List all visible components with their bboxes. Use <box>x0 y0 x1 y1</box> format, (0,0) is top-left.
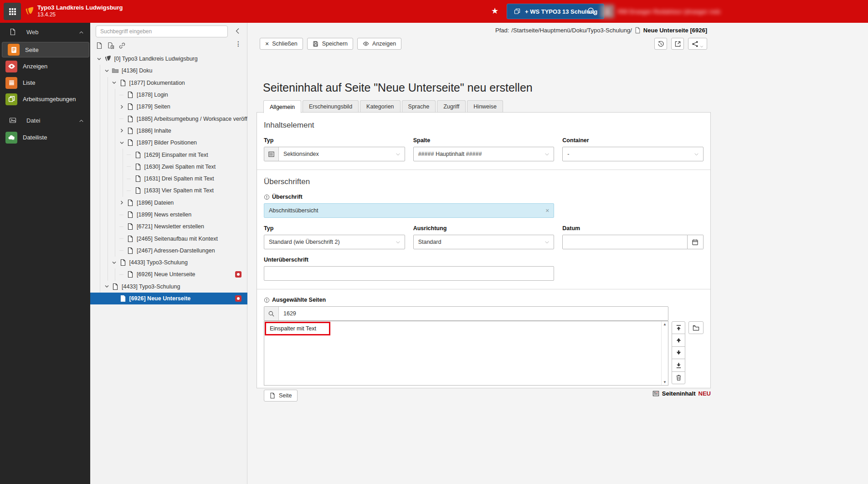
tab-erscheinungsbild[interactable]: Erscheinungsbild <box>303 100 359 113</box>
tree-row[interactable]: [6926] Neue Unterseite <box>90 293 247 304</box>
tree-row[interactable]: [1896] Dateien <box>90 197 247 209</box>
tree-guide <box>112 161 119 173</box>
collapse-tree-icon[interactable] <box>234 27 241 35</box>
search-icon[interactable] <box>587 7 596 16</box>
tree-guide <box>112 245 119 257</box>
tree-guide <box>104 89 112 101</box>
typ-select[interactable]: Sektionsindex <box>264 147 405 161</box>
section-divider <box>257 289 710 289</box>
container-select[interactable]: - <box>562 147 704 161</box>
module-group-datei[interactable]: Datei <box>0 111 90 129</box>
browse-records-button[interactable] <box>688 321 704 334</box>
tree-guide <box>104 149 112 160</box>
expander-right-icon[interactable] <box>119 127 127 134</box>
expander-right-icon[interactable] <box>119 103 127 110</box>
tab-zugriff[interactable]: Zugriff <box>437 100 466 113</box>
sidebar-item-dateiliste[interactable]: Dateiliste <box>0 129 90 145</box>
module-grid-button[interactable] <box>4 3 21 20</box>
tree-row[interactable]: [1631] Drei Spalten mit Text <box>90 173 247 185</box>
tree-search-input[interactable] <box>96 26 228 37</box>
page-icon <box>127 247 134 254</box>
tree-row[interactable]: [1885] Arbeitsumgebung / Workspace veröf… <box>90 113 247 124</box>
listbox-scrollbar[interactable]: ▲ ▼ <box>661 321 668 385</box>
save-icon <box>313 41 319 47</box>
expander-down-icon[interactable] <box>112 79 119 87</box>
open-in-window-button[interactable] <box>671 38 684 50</box>
tree-row[interactable]: [4433] Typo3-Schulung <box>90 257 247 268</box>
sidebar-item-anzeigen[interactable]: Anzeigen <box>0 58 90 74</box>
tab-kategorien[interactable]: Kategorien <box>360 100 400 113</box>
tree-row[interactable]: [1633] Vier Spalten mit Text <box>90 185 247 196</box>
close-button[interactable]: × Schließen <box>260 38 303 50</box>
new-page-icon[interactable] <box>96 42 103 49</box>
bookmark-star-icon[interactable]: ★ <box>491 6 498 16</box>
sidebar-item-arbeitsumgebungen[interactable]: Arbeitsumgebungen <box>0 91 90 107</box>
tree-row[interactable]: [1879] Seiten <box>90 101 247 113</box>
path-value[interactable]: /Startseite/Hauptmenü/Doku/Typo3-Schulun… <box>511 27 632 34</box>
expander-down-icon[interactable] <box>119 139 127 146</box>
tree-row[interactable]: [4433] Typo3-Schulung <box>90 281 247 293</box>
tree-guide <box>97 77 104 89</box>
scroll-down-icon[interactable]: ▼ <box>663 380 667 384</box>
add-page-button[interactable]: Seite <box>264 390 298 402</box>
datum-input[interactable] <box>562 235 688 249</box>
tree-row[interactable]: [6926] Neue Unterseite <box>90 268 247 280</box>
tree-row[interactable]: [2467] Adressen-Darstellungen <box>90 245 247 257</box>
tree-row[interactable]: [4136] Doku <box>90 65 247 77</box>
clear-field-icon[interactable]: × <box>541 207 554 214</box>
new-page-clipboard-icon[interactable] <box>107 42 114 49</box>
move-to-top-button[interactable] <box>672 321 685 334</box>
expander-down-icon[interactable] <box>97 55 104 62</box>
tree-row[interactable]: [1629] Einspalter mit Text <box>90 149 247 160</box>
expander-right-icon[interactable] <box>119 199 127 206</box>
share-button[interactable] <box>688 38 707 50</box>
ausrichtung-select[interactable]: Standard <box>413 235 555 249</box>
selected-pages-listbox[interactable]: Einspalter mit Text ▲ ▼ <box>264 321 668 386</box>
tree-guide <box>97 268 104 280</box>
expander-down-icon[interactable] <box>104 283 112 290</box>
ueberschrift-input[interactable] <box>264 207 541 214</box>
tree-row[interactable]: [6721] Newsletter erstellen <box>90 221 247 232</box>
expander-down-icon[interactable] <box>112 259 119 266</box>
tree-row[interactable]: [1897] Bilder Positionen <box>90 137 247 149</box>
tree-row[interactable]: [2465] Seitenaufbau mit Kontext <box>90 232 247 244</box>
scroll-up-icon[interactable]: ▲ <box>663 322 667 326</box>
tree-row[interactable]: [0] Typo3 Landkreis Ludwigsburg <box>90 53 247 65</box>
chevron-down-icon <box>694 152 699 157</box>
move-to-bottom-button[interactable] <box>672 359 685 371</box>
view-button[interactable]: Anzeigen <box>357 38 401 50</box>
tree-row[interactable]: [1878] Login <box>90 89 247 101</box>
tree-row[interactable]: [1899] News erstellen <box>90 209 247 221</box>
tab-hinweise[interactable]: Hinweise <box>467 100 503 113</box>
unterueberschrift-input[interactable] <box>264 266 554 281</box>
tab-sprache[interactable]: Sprache <box>402 100 436 113</box>
move-up-button[interactable] <box>672 334 685 346</box>
pages-search-input[interactable] <box>279 307 668 320</box>
datepicker-button[interactable] <box>688 235 704 249</box>
save-button[interactable]: Speichern <box>307 38 353 50</box>
tree-row[interactable]: [1877] Dokumentation <box>90 77 247 89</box>
expander-down-icon[interactable] <box>104 67 112 74</box>
move-down-button[interactable] <box>672 346 685 359</box>
chevron-down-icon <box>544 152 550 157</box>
module-group-web[interactable]: Web <box>0 23 90 41</box>
history-button[interactable] <box>654 38 667 50</box>
heading-typ-select[interactable]: Standard (wie Überschrift 2) <box>264 235 405 249</box>
delete-button[interactable] <box>672 371 685 384</box>
sidebar-item-label: Liste <box>23 79 35 86</box>
page-icon <box>127 139 134 146</box>
tree-connector <box>119 211 127 218</box>
listbox-item[interactable]: Einspalter mit Text <box>265 322 330 335</box>
tab-allgemein[interactable]: Allgemein <box>263 100 301 113</box>
sidebar-item-liste[interactable]: Liste <box>0 75 90 91</box>
tree-guide <box>97 185 104 196</box>
tree-row[interactable]: [1630] Zwei Spalten mit Text <box>90 161 247 173</box>
kebab-menu-icon[interactable]: ⋮ <box>235 40 241 47</box>
link-icon[interactable] <box>118 42 126 49</box>
tree-row[interactable]: [1886] Inhalte <box>90 125 247 137</box>
user-menu[interactable]: RW Draeger Redakteur (draeger redakteur) <box>601 5 720 18</box>
tree-row-label: [1879] Seiten <box>137 103 170 110</box>
tab-content-panel: Inhaltselement Typ Sektionsindex Spalte … <box>257 112 711 388</box>
spalte-select[interactable]: ##### Hauptinhalt ##### <box>413 147 555 161</box>
sidebar-item-seite[interactable]: Seite <box>2 42 89 57</box>
